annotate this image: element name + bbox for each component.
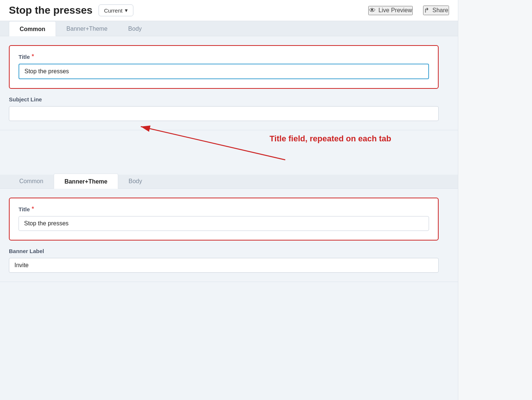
top-title-label: Title * xyxy=(19,53,429,60)
page-title: Stop the presses xyxy=(9,4,93,16)
top-panel-header: Stop the presses Current ▾ 👁 Live Previe… xyxy=(0,0,458,21)
top-subject-label: Subject Line xyxy=(9,96,439,102)
top-tabs-bar: Common Banner+Theme Body xyxy=(0,21,458,36)
top-panel: Stop the presses Current ▾ 👁 Live Previe… xyxy=(0,0,458,130)
share-icon: ↱ xyxy=(424,6,429,14)
tab-body-top[interactable]: Body xyxy=(118,21,152,36)
bottom-title-label: Title * xyxy=(19,206,429,212)
bottom-tabs-bar: Common Banner+Theme Body xyxy=(0,174,458,189)
annotation-text: Title field, repeated on each tab xyxy=(270,134,391,144)
tab-banner-theme-bottom[interactable]: Banner+Theme xyxy=(54,174,118,189)
top-title-required: * xyxy=(32,53,34,60)
bottom-title-required: * xyxy=(32,206,34,212)
top-subject-input[interactable] xyxy=(9,106,439,121)
bottom-title-form-card: Title * xyxy=(9,198,439,241)
tab-common-bottom[interactable]: Common xyxy=(9,174,54,188)
version-dropdown[interactable]: Current ▾ xyxy=(99,4,133,16)
bottom-title-input[interactable] xyxy=(19,216,429,231)
svg-line-1 xyxy=(141,127,285,160)
top-title-form-card: Title * xyxy=(9,45,439,89)
live-preview-button[interactable]: 👁 Live Preview xyxy=(368,6,413,15)
tab-body-bottom[interactable]: Body xyxy=(118,174,152,188)
tab-banner-theme-top[interactable]: Banner+Theme xyxy=(56,21,118,36)
bottom-banner-label-input[interactable] xyxy=(9,258,439,273)
tab-common-top[interactable]: Common xyxy=(9,21,56,36)
top-title-input[interactable] xyxy=(19,64,429,79)
eye-icon: 👁 xyxy=(369,7,376,14)
header-actions: 👁 Live Preview ↱ Share xyxy=(368,6,449,15)
bottom-banner-label-label: Banner Label xyxy=(9,248,439,254)
share-button[interactable]: ↱ Share xyxy=(423,6,449,15)
